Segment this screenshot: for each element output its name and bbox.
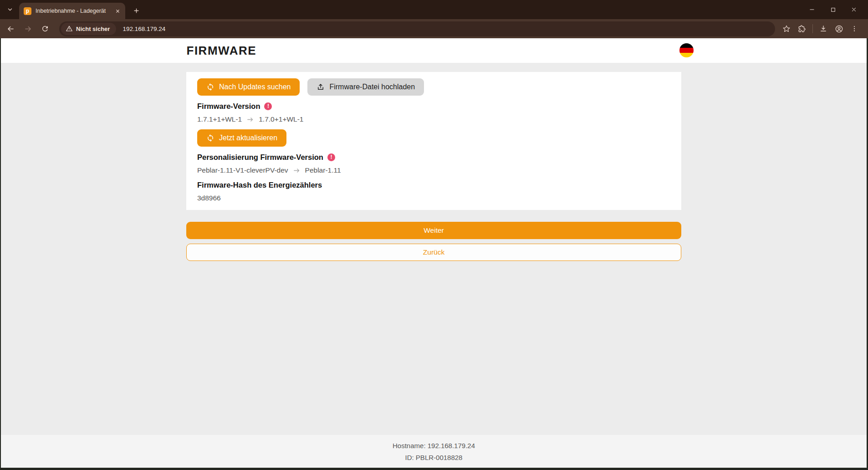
bookmark-button[interactable]	[779, 21, 794, 36]
new-tab-button[interactable]	[130, 5, 142, 16]
browser-titlebar: p Inbetriebnahme - Ladegerät	[0, 0, 868, 19]
person-circle-icon	[835, 25, 843, 33]
personalization-version-label: Personalisierung Firmware-Version !	[197, 153, 670, 162]
extensions-button[interactable]	[794, 21, 810, 36]
tab-search-button[interactable]	[4, 3, 16, 16]
refresh-icon	[206, 134, 219, 142]
security-chip[interactable]: Nicht sicher	[61, 23, 116, 35]
kebab-menu-icon	[851, 25, 858, 32]
meter-hash-value: 3d8966	[197, 194, 670, 202]
upload-icon	[317, 83, 329, 91]
refresh-icon	[206, 83, 219, 91]
firmware-card: Nach Updates suchen Firmware-Datei hochl…	[186, 72, 681, 210]
hostname-text: Hostname: 192.168.179.24	[1, 440, 867, 452]
chevron-down-icon	[7, 6, 13, 13]
firmware-version-label: Firmware-Version !	[197, 102, 670, 111]
check-updates-label: Nach Updates suchen	[219, 83, 291, 91]
browser-menu-button[interactable]	[847, 21, 862, 36]
page-title: FIRMWARE	[174, 44, 257, 58]
right-arrow-icon	[246, 116, 254, 123]
update-now-label: Jetzt aktualisieren	[219, 134, 277, 142]
forward-button[interactable]	[20, 21, 36, 36]
download-icon	[819, 25, 827, 33]
browser-tab[interactable]: p Inbetriebnahme - Ladegerät	[19, 3, 125, 19]
page-footer: Hostname: 192.168.179.24 ID: PBLR-001882…	[1, 435, 867, 468]
current-version: Peblar-1.11-V1-cleverPV-dev	[197, 166, 288, 174]
device-id-text: ID: PBLR-0018828	[1, 452, 867, 464]
close-icon	[115, 9, 120, 14]
page-viewport: FIRMWARE Nach Updates suchen Firmware-Da…	[1, 38, 867, 468]
upload-firmware-label: Firmware-Datei hochladen	[329, 83, 415, 91]
weiter-button[interactable]: Weiter	[186, 222, 681, 239]
check-updates-button[interactable]: Nach Updates suchen	[197, 78, 300, 96]
url-text: 192.168.179.24	[123, 26, 165, 32]
tab-close-button[interactable]	[113, 7, 122, 15]
star-icon	[782, 25, 791, 33]
peblar-favicon-icon: p	[24, 7, 31, 15]
right-arrow-icon	[293, 167, 301, 174]
browser-toolbar: Nicht sicher 192.168.179.24	[0, 19, 868, 38]
update-now-button[interactable]: Jetzt aktualisieren	[197, 129, 286, 147]
profile-button[interactable]	[831, 21, 847, 36]
close-icon	[851, 6, 857, 13]
address-bar[interactable]: Nicht sicher 192.168.179.24	[59, 21, 775, 36]
warning-triangle-icon	[66, 25, 76, 32]
page-header: FIRMWARE	[1, 38, 867, 63]
meter-hash-label: Firmware-Hash des Energiezählers	[197, 181, 670, 189]
toolbar-separator	[812, 24, 813, 33]
arrow-left-icon	[6, 25, 15, 33]
tab-title: Inbetriebnahme - Ladegerät	[36, 8, 113, 14]
upload-firmware-button[interactable]: Firmware-Datei hochladen	[307, 78, 424, 96]
back-button[interactable]	[3, 21, 18, 36]
window-controls	[802, 0, 864, 19]
window-maximize-button[interactable]	[822, 0, 843, 19]
puzzle-icon	[798, 25, 806, 33]
security-chip-label: Nicht sicher	[76, 26, 110, 32]
german-flag-language-icon[interactable]	[679, 43, 694, 57]
warning-badge-icon: !	[264, 102, 272, 110]
reload-icon	[41, 25, 49, 33]
target-version: 1.7.0+1+WL-1	[259, 115, 303, 123]
toolbar-actions	[779, 21, 862, 36]
zurueck-button[interactable]: Zurück	[186, 244, 681, 261]
target-version: Peblar-1.11	[305, 166, 341, 174]
main-content: Nach Updates suchen Firmware-Datei hochl…	[186, 72, 681, 261]
arrow-right-icon	[24, 25, 32, 33]
minimize-icon	[809, 6, 815, 13]
current-version: 1.7.1+1+WL-1	[197, 115, 242, 123]
reload-button[interactable]	[37, 21, 53, 36]
window-close-button[interactable]	[843, 0, 864, 19]
plus-icon	[133, 7, 140, 14]
warning-badge-icon: !	[327, 153, 335, 161]
firmware-version-values: 1.7.1+1+WL-1 1.7.0+1+WL-1	[197, 115, 670, 123]
window-minimize-button[interactable]	[802, 0, 822, 19]
maximize-icon	[830, 7, 836, 13]
personalization-version-values: Peblar-1.11-V1-cleverPV-dev Peblar-1.11	[197, 166, 670, 174]
downloads-button[interactable]	[816, 21, 831, 36]
